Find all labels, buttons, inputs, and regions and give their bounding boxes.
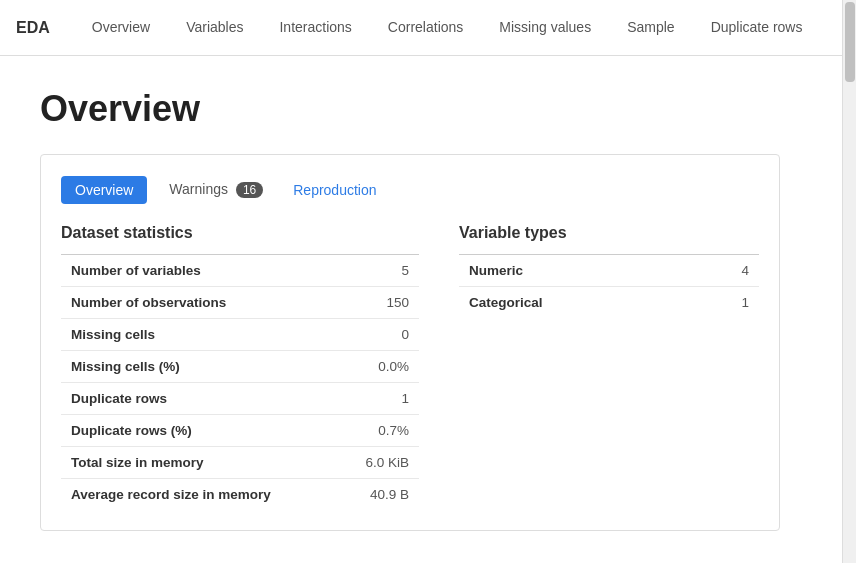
nav-brand: EDA (16, 19, 50, 37)
top-nav: EDA Overview Variables Interactions Corr… (0, 0, 842, 56)
type-label: Categorical (459, 287, 691, 319)
type-label: Numeric (459, 255, 691, 287)
stat-value: 5 (339, 255, 419, 287)
card-tabs: Overview Warnings 16 Reproduction (61, 175, 759, 204)
scrollbar-thumb[interactable] (845, 2, 855, 82)
overview-card: Overview Warnings 16 Reproduction Datase… (40, 154, 780, 531)
stat-label: Duplicate rows (%) (61, 415, 339, 447)
stat-value: 6.0 KiB (339, 447, 419, 479)
stat-value: 1 (339, 383, 419, 415)
tab-overview[interactable]: Overview (61, 176, 147, 204)
table-row: Total size in memory 6.0 KiB (61, 447, 419, 479)
tab-reproduction[interactable]: Reproduction (285, 176, 384, 204)
table-row: Number of observations 150 (61, 287, 419, 319)
stat-label: Total size in memory (61, 447, 339, 479)
page-title: Overview (40, 88, 780, 130)
table-row: Duplicate rows 1 (61, 383, 419, 415)
scrollbar-track[interactable] (842, 0, 856, 563)
page-wrapper: EDA Overview Variables Interactions Corr… (0, 0, 856, 563)
type-value: 4 (691, 255, 759, 287)
variable-types-table: Numeric 4 Categorical 1 (459, 254, 759, 318)
page-inner: EDA Overview Variables Interactions Corr… (0, 0, 842, 563)
stat-value: 150 (339, 287, 419, 319)
table-row: Number of variables 5 (61, 255, 419, 287)
warnings-badge: 16 (236, 182, 263, 198)
nav-items: Overview Variables Interactions Correlat… (74, 0, 826, 56)
variable-types-title: Variable types (459, 224, 759, 242)
stat-value: 40.9 B (339, 479, 419, 511)
stat-label: Missing cells (61, 319, 339, 351)
stat-value: 0.7% (339, 415, 419, 447)
stat-label: Average record size in memory (61, 479, 339, 511)
stats-container: Dataset statistics Number of variables 5… (61, 224, 759, 510)
table-row: Categorical 1 (459, 287, 759, 319)
stat-label: Number of variables (61, 255, 339, 287)
stat-label: Duplicate rows (61, 383, 339, 415)
dataset-statistics-section: Dataset statistics Number of variables 5… (61, 224, 419, 510)
type-value: 1 (691, 287, 759, 319)
stat-value: 0.0% (339, 351, 419, 383)
nav-item-interactions[interactable]: Interactions (261, 0, 369, 56)
tab-warnings[interactable]: Warnings 16 (155, 175, 277, 204)
nav-item-missing-values[interactable]: Missing values (481, 0, 609, 56)
nav-item-variables[interactable]: Variables (168, 0, 261, 56)
nav-item-sample[interactable]: Sample (609, 0, 692, 56)
variable-types-section: Variable types Numeric 4 Categorical 1 (459, 224, 759, 510)
table-row: Average record size in memory 40.9 B (61, 479, 419, 511)
table-row: Duplicate rows (%) 0.7% (61, 415, 419, 447)
main-content: Overview Overview Warnings 16 Reproducti… (0, 56, 820, 563)
table-row: Numeric 4 (459, 255, 759, 287)
nav-item-overview[interactable]: Overview (74, 0, 168, 56)
table-row: Missing cells (%) 0.0% (61, 351, 419, 383)
dataset-stats-table: Number of variables 5 Number of observat… (61, 254, 419, 510)
nav-item-correlations[interactable]: Correlations (370, 0, 481, 56)
dataset-stats-title: Dataset statistics (61, 224, 419, 242)
stat-value: 0 (339, 319, 419, 351)
stat-label: Missing cells (%) (61, 351, 339, 383)
nav-item-duplicate-rows[interactable]: Duplicate rows (693, 0, 821, 56)
table-row: Missing cells 0 (61, 319, 419, 351)
stat-label: Number of observations (61, 287, 339, 319)
